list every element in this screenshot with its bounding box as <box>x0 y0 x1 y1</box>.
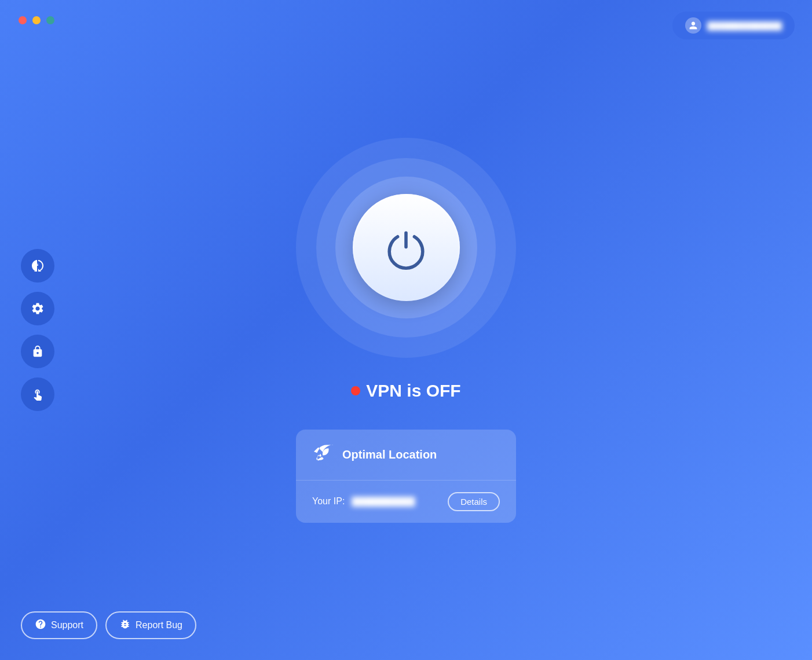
bug-icon <box>119 618 131 632</box>
ip-address: ███████████ <box>352 497 441 506</box>
ip-label: Your IP: <box>312 496 345 507</box>
location-top: Optimal Location <box>296 430 516 481</box>
main-content: VPN is OFF Optimal Location Your IP: ███… <box>0 0 812 660</box>
vpn-status-text: VPN is OFF <box>366 381 460 401</box>
report-bug-button[interactable]: Report Bug <box>105 611 196 639</box>
location-card: Optimal Location Your IP: ███████████ De… <box>296 430 516 523</box>
support-icon <box>35 618 46 632</box>
rocket-icon <box>312 442 333 467</box>
bottom-bar: Support Report Bug <box>21 611 196 639</box>
support-label: Support <box>51 620 83 630</box>
details-button[interactable]: Details <box>448 492 500 511</box>
support-button[interactable]: Support <box>21 611 97 639</box>
power-button-container <box>296 138 516 358</box>
optimal-location-text: Optimal Location <box>342 448 437 461</box>
power-icon <box>383 225 429 271</box>
status-dot <box>351 386 360 395</box>
power-button[interactable] <box>353 194 460 301</box>
location-bottom: Your IP: ███████████ Details <box>296 481 516 523</box>
report-bug-label: Report Bug <box>136 620 182 630</box>
vpn-status: VPN is OFF <box>351 381 460 401</box>
